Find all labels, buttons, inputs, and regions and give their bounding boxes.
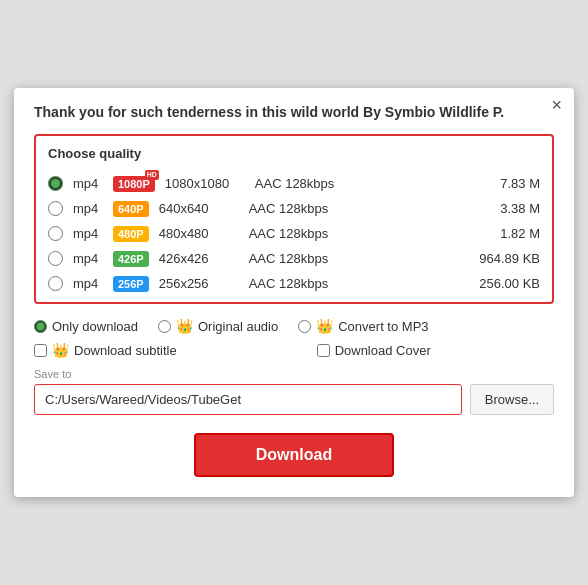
quality-radio-426[interactable]	[48, 251, 63, 266]
options-row-2: 👑 Download subtitle Download Cover	[34, 342, 554, 358]
badge-wrapper-480: 480P	[113, 226, 149, 241]
badge-wrapper-1080: 1080P HD	[113, 176, 155, 191]
filesize-426: 964.89 KB	[460, 251, 540, 266]
option-convert-mp3[interactable]: 👑 Convert to MP3	[298, 318, 428, 334]
resolution-256: 256x256	[159, 276, 239, 291]
download-subtitle-checkbox[interactable]	[34, 344, 47, 357]
hd-tag: HD	[145, 170, 159, 180]
option-original-audio[interactable]: 👑 Original audio	[158, 318, 278, 334]
format-label: mp4	[73, 176, 103, 191]
audio-480: AAC 128kbps	[249, 226, 450, 241]
download-cover-checkbox[interactable]	[317, 344, 330, 357]
option-download-subtitle[interactable]: 👑 Download subtitle	[34, 342, 177, 358]
filesize-640: 3.38 M	[460, 201, 540, 216]
quality-row: mp4 640P 640x640 AAC 128kbps 3.38 M	[48, 196, 540, 221]
download-row: Download	[34, 433, 554, 477]
quality-badge-480: 480P	[113, 226, 149, 242]
badge-wrapper-640: 640P	[113, 201, 149, 216]
crown-icon-subtitle: 👑	[52, 342, 69, 358]
only-download-label: Only download	[52, 319, 138, 334]
format-label: mp4	[73, 201, 103, 216]
quality-radio-640[interactable]	[48, 201, 63, 216]
save-to-section: Save to Browse...	[34, 368, 554, 415]
resolution-426: 426x426	[159, 251, 239, 266]
resolution-1080: 1080x1080	[165, 176, 245, 191]
browse-button[interactable]: Browse...	[470, 384, 554, 415]
quality-badge-426: 426P	[113, 251, 149, 267]
quality-badge-256: 256P	[113, 276, 149, 292]
download-cover-label: Download Cover	[335, 343, 431, 358]
download-button[interactable]: Download	[194, 433, 394, 477]
quality-row: mp4 426P 426x426 AAC 128kbps 964.89 KB	[48, 246, 540, 271]
audio-256: AAC 128kbps	[249, 276, 450, 291]
filesize-1080: 7.83 M	[460, 176, 540, 191]
close-button[interactable]: ×	[551, 96, 562, 114]
dialog-title: Thank you for such tenderness in this wi…	[34, 104, 554, 120]
path-input[interactable]	[34, 384, 462, 415]
filesize-256: 256.00 KB	[460, 276, 540, 291]
audio-1080: AAC 128kbps	[255, 176, 450, 191]
option-download-cover[interactable]: Download Cover	[317, 343, 431, 358]
quality-row: mp4 1080P HD 1080x1080 AAC 128kbps 7.83 …	[48, 171, 540, 196]
options-row-1: Only download 👑 Original audio 👑 Convert…	[34, 318, 554, 334]
crown-icon-mp3: 👑	[316, 318, 333, 334]
filesize-480: 1.82 M	[460, 226, 540, 241]
resolution-640: 640x640	[159, 201, 239, 216]
download-dialog: × Thank you for such tenderness in this …	[14, 88, 574, 497]
quality-header: Choose quality	[48, 146, 540, 161]
format-label: mp4	[73, 276, 103, 291]
option-only-download[interactable]: Only download	[34, 319, 138, 334]
quality-radio-256[interactable]	[48, 276, 63, 291]
download-subtitle-label: Download subtitle	[74, 343, 177, 358]
badge-wrapper-256: 256P	[113, 276, 149, 291]
only-download-radio[interactable]	[34, 320, 47, 333]
quality-radio-1080[interactable]	[48, 176, 63, 191]
quality-section: Choose quality mp4 1080P HD 1080x1080 AA…	[34, 134, 554, 304]
resolution-480: 480x480	[159, 226, 239, 241]
save-to-label: Save to	[34, 368, 554, 380]
badge-wrapper-426: 426P	[113, 251, 149, 266]
original-audio-label: Original audio	[198, 319, 278, 334]
audio-640: AAC 128kbps	[249, 201, 450, 216]
original-audio-radio[interactable]	[158, 320, 171, 333]
quality-badge-640: 640P	[113, 201, 149, 217]
format-label: mp4	[73, 226, 103, 241]
save-to-row: Browse...	[34, 384, 554, 415]
convert-mp3-radio[interactable]	[298, 320, 311, 333]
quality-row: mp4 256P 256x256 AAC 128kbps 256.00 KB	[48, 271, 540, 296]
quality-radio-480[interactable]	[48, 226, 63, 241]
convert-mp3-label: Convert to MP3	[338, 319, 428, 334]
format-label: mp4	[73, 251, 103, 266]
crown-icon-audio: 👑	[176, 318, 193, 334]
quality-row: mp4 480P 480x480 AAC 128kbps 1.82 M	[48, 221, 540, 246]
audio-426: AAC 128kbps	[249, 251, 450, 266]
